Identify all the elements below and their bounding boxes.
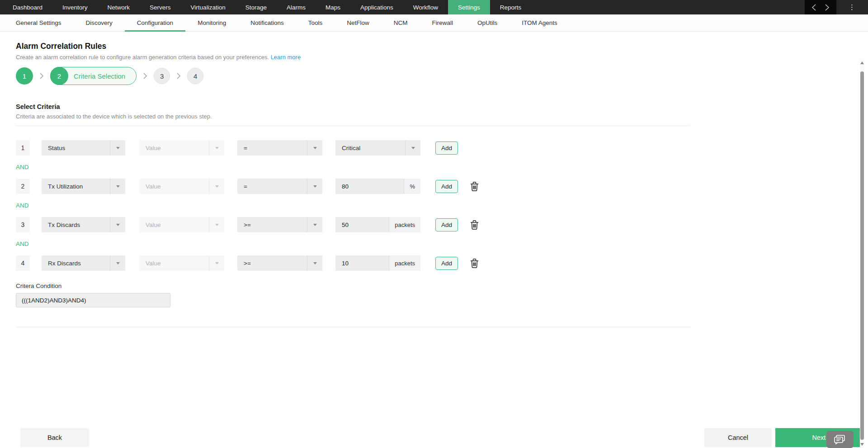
nav-item-applications[interactable]: Applications (350, 0, 403, 14)
delete-criteria-button[interactable] (470, 220, 479, 230)
criteria-index: 1 (16, 140, 30, 156)
tab-monitoring[interactable]: Monitoring (185, 14, 238, 31)
operator-select-value: >= (237, 260, 251, 267)
tab-itom-agents[interactable]: ITOM Agents (509, 14, 570, 31)
nav-forward-arrow-icon[interactable] (825, 4, 829, 11)
field-select-value: Tx Discards (42, 222, 80, 228)
section-divider (16, 126, 690, 126)
threshold-value-input[interactable] (335, 179, 404, 194)
tab-firewall[interactable]: Firewall (420, 14, 466, 31)
page-content: Alarm Correlation Rules Create an alarm … (0, 42, 868, 327)
field-select[interactable]: Rx Discards (42, 255, 125, 271)
chevron-down-icon (209, 217, 224, 232)
wizard-step-2-label: Criteria Selection (74, 72, 125, 80)
trash-icon (470, 220, 479, 230)
wizard-steps: 1 2 Criteria Selection 3 4 (16, 67, 852, 85)
value-select-disabled: Value (139, 179, 224, 194)
feedback-widget-button[interactable] (826, 431, 854, 448)
nav-item-workflow[interactable]: Workflow (403, 0, 448, 14)
unit-label: % (404, 179, 420, 194)
scrollbar-thumb[interactable] (860, 71, 864, 440)
add-criteria-button[interactable]: Add (435, 218, 458, 231)
chevron-down-icon (307, 179, 322, 194)
tab-discovery[interactable]: Discovery (74, 14, 125, 31)
nav-item-settings[interactable]: Settings (448, 0, 490, 14)
field-select-value: Tx Utilization (42, 183, 83, 190)
severity-select[interactable]: Critical (335, 140, 420, 156)
operator-select[interactable]: >= (237, 217, 322, 232)
field-select-value: Rx Discards (42, 260, 81, 267)
section-divider (16, 327, 690, 327)
value-select-disabled: Value (139, 217, 224, 232)
operator-select[interactable]: = (237, 179, 322, 194)
operator-select[interactable]: >= (237, 255, 322, 271)
chevron-down-icon (110, 255, 125, 271)
nav-item-virtualization[interactable]: Virtualization (181, 0, 236, 14)
nav-item-inventory[interactable]: Inventory (52, 0, 98, 14)
scroll-up-arrow-icon[interactable] (860, 61, 864, 64)
navbar-right-controls: ⋮ (805, 0, 868, 14)
field-select-value: Status (42, 145, 65, 151)
tab-general-settings[interactable]: General Settings (4, 14, 74, 31)
field-select[interactable]: Tx Utilization (42, 179, 125, 194)
chevron-down-icon (209, 255, 224, 271)
nav-back-arrow-icon[interactable] (812, 4, 816, 11)
tab-tools[interactable]: Tools (296, 14, 335, 31)
chat-bubbles-icon (833, 434, 847, 445)
scroll-down-arrow-icon[interactable] (860, 443, 864, 446)
cancel-button[interactable]: Cancel (704, 428, 772, 447)
add-criteria-button[interactable]: Add (435, 141, 458, 155)
nav-arrows-group (805, 0, 836, 14)
kebab-menu-icon[interactable]: ⋮ (836, 0, 868, 14)
nav-item-maps[interactable]: Maps (316, 0, 350, 14)
chevron-down-icon (307, 140, 322, 156)
back-button[interactable]: Back (20, 428, 89, 447)
field-select[interactable]: Tx Discards (42, 217, 125, 232)
nav-item-servers[interactable]: Servers (140, 0, 181, 14)
criteria-condition-input[interactable] (16, 293, 170, 307)
learn-more-link[interactable]: Learn more (271, 54, 301, 61)
delete-criteria-button[interactable] (470, 182, 479, 191)
nav-item-reports[interactable]: Reports (490, 0, 531, 14)
operator-select[interactable]: = (237, 140, 322, 156)
tab-oputils[interactable]: OpUtils (465, 14, 509, 31)
criteria-rows: 1 Status Value = Critical Add AND 2 (16, 140, 852, 271)
threshold-value-group: packets (335, 255, 420, 271)
add-criteria-button[interactable]: Add (435, 180, 458, 193)
nav-item-alarms[interactable]: Alarms (277, 0, 316, 14)
add-criteria-button[interactable]: Add (435, 257, 458, 270)
main-navbar: Dashboard Inventory Network Servers Virt… (0, 0, 868, 14)
wizard-step-1[interactable]: 1 (16, 67, 33, 85)
threshold-value-group: packets (335, 217, 420, 232)
chevron-down-icon (110, 217, 125, 232)
unit-label: packets (389, 255, 420, 271)
nav-item-storage[interactable]: Storage (236, 0, 277, 14)
select-criteria-heading: Select Criteria (16, 103, 852, 110)
value-select-placeholder: Value (139, 222, 161, 228)
tab-netflow[interactable]: NetFlow (335, 14, 382, 31)
criteria-row: 1 Status Value = Critical Add (16, 140, 852, 156)
value-select-placeholder: Value (139, 260, 161, 267)
page-description-text: Create an alarm correlation rule to conf… (16, 54, 269, 61)
chevron-right-icon (176, 72, 181, 80)
select-criteria-subtext: Criteria are associated to the device wh… (16, 113, 852, 120)
threshold-value-input[interactable] (335, 217, 389, 232)
operator-select-value: = (237, 145, 247, 151)
delete-criteria-button[interactable] (470, 259, 479, 268)
chevron-down-icon (110, 140, 125, 156)
wizard-step-4[interactable]: 4 (187, 68, 203, 84)
tab-notifications[interactable]: Notifications (238, 14, 296, 31)
vertical-scrollbar[interactable] (860, 59, 864, 448)
wizard-step-3[interactable]: 3 (154, 68, 170, 84)
tab-configuration[interactable]: Configuration (125, 14, 185, 31)
nav-item-network[interactable]: Network (98, 0, 140, 14)
threshold-value-input[interactable] (335, 255, 389, 271)
chevron-down-icon (307, 255, 322, 271)
tab-ncm[interactable]: NCM (382, 14, 420, 31)
nav-item-dashboard[interactable]: Dashboard (3, 0, 52, 14)
settings-tabbar: General Settings Discovery Configuration… (0, 14, 868, 32)
chevron-down-icon (209, 179, 224, 194)
field-select[interactable]: Status (42, 140, 125, 156)
chevron-down-icon (405, 140, 420, 156)
wizard-step-2-active[interactable]: 2 Criteria Selection (50, 67, 137, 85)
